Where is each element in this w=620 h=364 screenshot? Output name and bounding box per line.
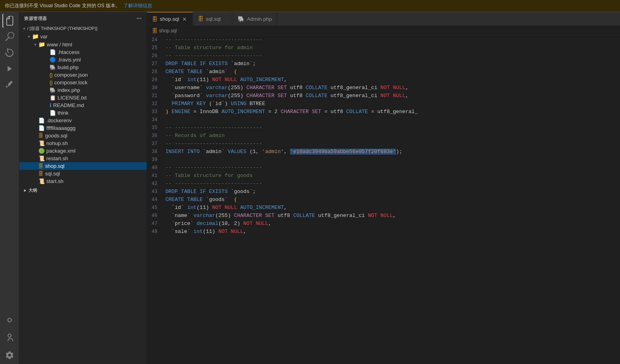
shopsql-icon: 🗄: [38, 163, 44, 169]
tab-sqlsql[interactable]: 🗄 sql.sql: [193, 12, 233, 26]
code-line-39: 39: [147, 156, 620, 164]
sidebar-item-var[interactable]: ▾ 📁 var: [19, 32, 147, 40]
indexphp-label: index.php: [58, 87, 80, 93]
code-line-29: 29 `id` int(11) NOT NULL AUTO_INCREMENT,: [147, 76, 620, 84]
sidebar-item-travis[interactable]: 🔵 .travis.yml: [19, 56, 147, 64]
license-icon: 📋: [50, 95, 56, 101]
notification-text: 你已连接到不受 Visual Studio Code 支持的 OS 版本。: [5, 2, 120, 9]
sidebar-item-readme[interactable]: ℹ README.md: [19, 101, 147, 109]
code-line-36: 36 -- Records of admin: [147, 132, 620, 140]
sidebar-item-fffflll[interactable]: 📄 fffflllaaaaggg: [19, 124, 147, 132]
www-label: www / html: [47, 42, 72, 48]
outline-section[interactable]: ▸ 大纲: [19, 185, 147, 195]
tab-shopsql[interactable]: 🗄 shop.sql ✕: [147, 12, 193, 26]
code-line-30: 30 `username` varchar(255) CHARACTER SET…: [147, 84, 620, 92]
line-content-37: -- ----------------------------: [164, 140, 262, 147]
composerjson-icon: {}: [50, 72, 53, 78]
tab-shopsql-close[interactable]: ✕: [181, 16, 188, 22]
line-num-34: 34: [147, 116, 164, 124]
account-icon[interactable]: [2, 330, 17, 345]
notification-link[interactable]: 了解详细信息: [123, 2, 152, 9]
activity-bar: [0, 12, 19, 364]
sidebar-item-dockerenv[interactable]: 📄 .dockerenv: [19, 117, 147, 124]
root-label: / [容器 THINKSHOP (THINKSHOP)]: [27, 26, 97, 32]
outline-label: 大纲: [28, 187, 38, 193]
sidebar-item-composerjson[interactable]: {} composer.json: [19, 71, 147, 79]
notification-bar: 你已连接到不受 Visual Studio Code 支持的 OS 版本。 了解…: [0, 0, 620, 12]
line-num-25: 25: [147, 44, 164, 52]
var-label: var: [40, 34, 48, 40]
sidebar-item-composerlock[interactable]: {} composer.lock: [19, 79, 147, 86]
line-num-37: 37: [147, 140, 164, 148]
sqlsql-label: sql.sql: [45, 171, 60, 177]
search-activity-icon[interactable]: [2, 30, 17, 44]
settings-icon[interactable]: [2, 348, 17, 362]
line-content-24: -- ----------------------------: [164, 36, 262, 44]
sidebar-item-indexphp[interactable]: 🐘 index.php: [19, 86, 147, 94]
sidebar-item-root[interactable]: ▾ / [容器 THINKSHOP (THINKSHOP)]: [19, 25, 147, 32]
code-line-37: 37 -- ----------------------------: [147, 140, 620, 148]
tab-shopsql-label: shop.sql: [160, 16, 179, 22]
sidebar-item-license[interactable]: 📋 LICENSE.txt: [19, 94, 147, 101]
breadcrumb-filename: shop.sql: [159, 28, 177, 34]
extensions-icon[interactable]: [2, 78, 17, 92]
line-num-27: 27: [147, 60, 164, 68]
fffflll-label: fffflllaaaaggg: [46, 125, 76, 131]
www-arrow: ▾: [32, 42, 38, 47]
line-num-24: 24: [147, 36, 164, 44]
readme-icon: ℹ: [50, 102, 52, 108]
sidebar-header: 资源管理器 ···: [19, 12, 147, 25]
sidebar-item-think[interactable]: 📄 think: [19, 109, 147, 117]
sidebar-item-shopsql[interactable]: 🗄 shop.sql: [19, 162, 147, 170]
sidebar-item-goodssql[interactable]: 🗄 goods.sql: [19, 132, 147, 139]
composerlock-label: composer.lock: [54, 80, 87, 86]
outline-arrow: ▸: [24, 188, 27, 193]
remote-icon[interactable]: [2, 313, 17, 327]
sidebar-item-www[interactable]: ▾ 📁 www / html: [19, 40, 147, 48]
line-num-28: 28: [147, 68, 164, 76]
sidebar-more-button[interactable]: ···: [137, 15, 142, 22]
line-num-40: 40: [147, 164, 164, 172]
startsh-icon: 📜: [38, 178, 45, 184]
code-editor[interactable]: 24 -- ---------------------------- 25 --…: [147, 36, 620, 364]
main-layout: 资源管理器 ··· ▾ / [容器 THINKSHOP (THINKSHOP)]…: [0, 12, 620, 364]
line-num-26: 26: [147, 52, 164, 60]
line-content-27: DROP TABLE IF EXISTS `admin`;: [164, 60, 256, 68]
tab-adminphp[interactable]: 🐘 Admin.php: [233, 12, 277, 26]
run-debug-icon[interactable]: [2, 62, 17, 76]
sidebar-item-htaccess[interactable]: 📄 .htaccess: [19, 48, 147, 56]
sidebar-item-restartsh[interactable]: 📜 restart.sh: [19, 155, 147, 162]
line-content-47: `price` decimal(10, 2) NOT NULL,: [164, 220, 271, 227]
line-content-40: -- ----------------------------: [164, 164, 262, 171]
line-content-45: `id` int(11) NOT NULL AUTO_INCREMENT,: [164, 204, 287, 211]
line-content-30: `username` varchar(255) CHARACTER SET ut…: [164, 84, 409, 91]
line-content-46: `name` varchar(255) CHARACTER SET utf8 C…: [164, 212, 396, 219]
line-num-30: 30: [147, 84, 164, 92]
line-num-46: 46: [147, 212, 164, 220]
line-content-41: -- Table structure for goods: [164, 172, 252, 179]
sidebar-item-buildphp[interactable]: 🐘 build.php: [19, 64, 147, 71]
line-content-29: `id` int(11) NOT NULL AUTO_INCREMENT,: [164, 76, 287, 84]
restartsh-label: restart.sh: [46, 155, 68, 161]
think-label: think: [58, 110, 68, 116]
buildphp-label: build.php: [58, 64, 79, 70]
sidebar-item-startsh[interactable]: 📜 start.sh: [19, 177, 147, 185]
line-num-35: 35: [147, 124, 164, 132]
code-line-40: 40 -- ----------------------------: [147, 164, 620, 172]
code-line-43: 43 DROP TABLE IF EXISTS `goods`;: [147, 188, 620, 196]
code-line-47: 47 `price` decimal(10, 2) NOT NULL,: [147, 220, 620, 228]
sidebar-item-sqlsql[interactable]: 🗄 sql.sql: [19, 170, 147, 177]
packagexml-icon: 🟢: [38, 148, 45, 154]
think-icon: 📄: [50, 110, 56, 116]
var-arrow: ▾: [26, 34, 32, 39]
fffflll-icon: 📄: [38, 125, 45, 131]
sidebar-item-packagexml[interactable]: 🟢 package.xml: [19, 147, 147, 155]
explorer-icon[interactable]: [2, 14, 17, 28]
line-num-47: 47: [147, 220, 164, 228]
source-control-icon[interactable]: [2, 46, 17, 60]
code-line-24: 24 -- ----------------------------: [147, 36, 620, 44]
sidebar-item-nohupsh[interactable]: 📜 nohup.sh: [19, 139, 147, 147]
code-line-33: 33 ) ENGINE = InnoDB AUTO_INCREMENT = 2 …: [147, 108, 620, 116]
code-line-35: 35 -- ----------------------------: [147, 124, 620, 132]
line-num-41: 41: [147, 172, 164, 180]
